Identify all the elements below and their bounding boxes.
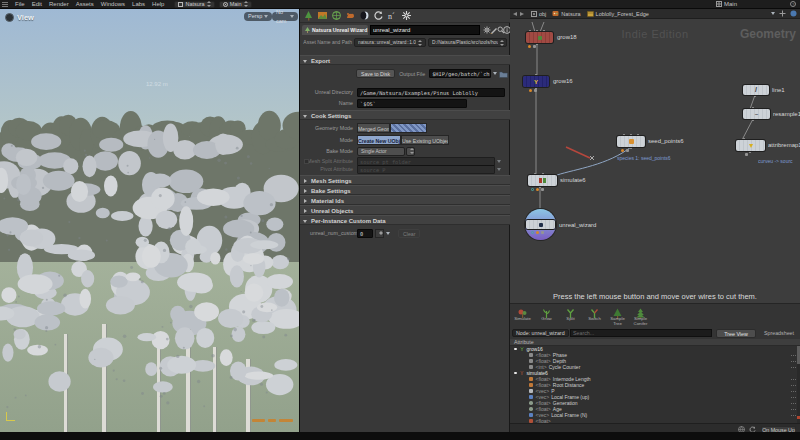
bake-mode-updown[interactable] [406,147,415,156]
more-icon[interactable] [791,403,792,404]
stepper-icon[interactable] [375,229,384,238]
parameter-tab[interactable]: Natsura Unreal Wizard [302,25,368,35]
more-icon[interactable] [791,367,792,368]
tool-sample-tree[interactable]: Sample Tree [606,305,629,327]
material-ids-header[interactable]: Material Ids [300,195,510,205]
network-canvas[interactable]: Indie Edition Geometry [510,19,800,303]
pin-icon[interactable] [779,10,786,17]
tool-simulate[interactable]: Simulate [511,305,534,327]
gear-icon[interactable] [401,10,412,21]
viewport-menu-icon[interactable] [5,13,14,22]
more-icon[interactable] [791,397,792,398]
wireframe-globe-icon[interactable] [331,10,342,21]
parameter-pane: n´ Natsura Unreal Wizard Asset Name and … [300,9,510,432]
menu-file[interactable]: File [15,1,25,7]
tree-view-button[interactable]: Tree View [716,329,756,338]
attribute-search-input[interactable] [570,329,712,337]
forward-icon[interactable] [520,12,524,16]
more-icon[interactable] [791,409,792,410]
menu-caret-icon[interactable] [493,72,497,75]
spreadsheet-view-button[interactable]: Spreadsheet View [758,329,800,338]
node-seed-points6[interactable] [617,136,645,147]
node-flags[interactable] [621,149,629,152]
breadcrumb-natsura[interactable]: Natsura [552,10,580,17]
more-icon[interactable] [791,385,792,386]
output-file-field[interactable]: $HIP/geo/batch/`chs("nam [429,69,491,78]
node-flags[interactable] [529,89,537,92]
attribute-column-header[interactable]: Attribute [510,339,800,346]
image-tool-icon[interactable] [317,10,328,21]
node-flags[interactable] [531,231,544,234]
more-icon[interactable] [791,355,792,356]
pivot-attribute-field[interactable]: source_P [357,165,495,174]
tool-grow[interactable]: Grow [535,305,558,327]
pane-tab-main[interactable]: Main [716,1,737,7]
bake-settings-header[interactable]: Bake Settings [300,185,510,195]
menu-labs[interactable]: Labs [132,1,145,7]
n-prime-icon[interactable]: n´ [387,10,398,21]
node-flags[interactable] [745,153,748,156]
node-simulate6[interactable] [528,175,557,186]
name-field[interactable]: `$OS` [357,99,467,108]
desktop-selector[interactable]: Natsura [174,1,214,8]
more-icon[interactable] [791,391,792,392]
asset-name-select[interactable]: natsura::unreal_wizard::1.0 [354,38,426,47]
custom-count-field[interactable]: 0 [357,229,373,238]
unreal-directory-field[interactable]: /Game/Natsura/Examples/Pinus_Loblolly [357,88,505,97]
hamburger-icon[interactable] [2,2,8,7]
animal-tool-icon[interactable] [345,10,356,21]
menu-edit[interactable]: Edit [32,1,42,7]
mesh-settings-header[interactable]: Mesh Settings [300,175,510,185]
node-name-input[interactable] [370,25,480,35]
unreal-objects-header[interactable]: Unreal Objects [300,205,510,215]
menu-assets[interactable]: Assets [76,1,94,7]
geometry-mode-merged[interactable]: Merged Geometry [357,123,390,133]
help-icon[interactable]: ? [790,1,796,7]
bake-mode-select[interactable]: Single Actor [357,147,405,156]
node-grow18[interactable] [526,32,553,43]
more-icon[interactable] [791,415,792,416]
file-chooser-icon[interactable] [499,70,508,78]
menu-render[interactable]: Render [49,1,69,7]
per-instance-custom-data-header[interactable]: Per-Instance Custom Data [300,215,510,225]
cook-settings-header[interactable]: Cook Settings [300,110,510,120]
mode-create-new[interactable]: Create New UObjects [357,135,401,145]
path-menu-caret-icon[interactable] [771,12,775,15]
node-attribremap1[interactable] [736,140,765,151]
more-icon[interactable] [791,361,792,362]
mesh-split-checkbox[interactable] [304,159,309,164]
tool-simple-conifer[interactable]: Simple Conifer [629,305,652,327]
menu-help[interactable]: Help [152,1,164,7]
scene-icon [223,2,228,7]
node-grow16[interactable]: Y [523,76,549,87]
menu-caret-icon[interactable] [386,232,390,235]
back-icon[interactable] [513,12,517,16]
node-resample1[interactable]: ~ [743,109,770,119]
node-line1[interactable]: / [743,85,769,95]
tool-switch[interactable]: Switch [583,305,606,327]
breadcrumb-obj[interactable]: obj [531,11,546,17]
breadcrumb-loblolly-forest-edge[interactable]: Loblolly_Forest_Edge [587,10,649,17]
tree-tool-icon[interactable] [303,10,314,21]
asset-path-select[interactable]: D:/Natsura/Plastic/src/tools/houdini/hou… [428,38,507,47]
node-flags[interactable] [531,188,544,191]
node-unreal-wizard[interactable] [526,220,555,229]
export-section-header[interactable]: Export [300,55,510,65]
node-flags[interactable] [528,45,536,48]
camera-button[interactable]: No cam [272,12,298,21]
moon-icon[interactable] [359,10,370,21]
save-to-disk-button[interactable]: Save to Disk [356,69,395,78]
scene-viewport[interactable]: View Persp No cam 12.92 m [0,9,299,432]
clear-button[interactable]: Clear [398,229,420,238]
mode-use-existing[interactable]: Use Existing UObjects [401,135,449,145]
pane-icon [716,1,722,7]
persp-button[interactable]: Persp [244,12,272,21]
link-icon[interactable] [790,10,797,17]
geometry-mode-instanced[interactable] [390,123,427,133]
more-icon[interactable] [791,379,792,380]
unreal-directory-label: Unreal Directory [300,89,353,95]
tool-split[interactable]: Split [559,305,582,327]
scene-selector[interactable]: Main [219,1,252,8]
menu-windows[interactable]: Windows [101,1,125,7]
refresh-icon[interactable] [373,10,384,21]
